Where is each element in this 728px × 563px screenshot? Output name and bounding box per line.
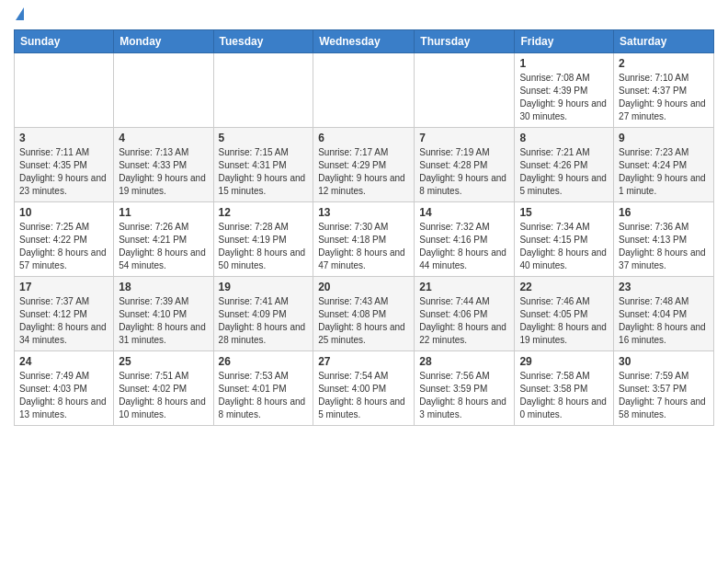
day-number: 3: [19, 132, 108, 144]
day-number: 23: [619, 281, 709, 293]
calendar-cell: 25Sunrise: 7:51 AM Sunset: 4:02 PM Dayli…: [114, 351, 213, 426]
page-header: [14, 9, 714, 22]
calendar-cell: 26Sunrise: 7:53 AM Sunset: 4:01 PM Dayli…: [213, 351, 313, 426]
day-number: 20: [318, 281, 409, 293]
calendar-cell: [313, 53, 415, 128]
calendar-cell: 6Sunrise: 7:17 AM Sunset: 4:29 PM Daylig…: [313, 128, 415, 202]
day-info: Sunrise: 7:51 AM Sunset: 4:02 PM Dayligh…: [119, 370, 208, 421]
day-number: 15: [519, 206, 609, 219]
day-number: 2: [619, 57, 709, 70]
day-number: 30: [619, 355, 709, 368]
calendar-cell: 11Sunrise: 7:26 AM Sunset: 4:21 PM Dayli…: [114, 202, 213, 277]
calendar-cell: 1Sunrise: 7:08 AM Sunset: 4:39 PM Daylig…: [515, 53, 614, 128]
day-info: Sunrise: 7:58 AM Sunset: 3:58 PM Dayligh…: [519, 370, 609, 421]
day-info: Sunrise: 7:41 AM Sunset: 4:09 PM Dayligh…: [219, 295, 309, 347]
day-of-week-header: Monday: [114, 30, 213, 53]
day-info: Sunrise: 7:53 AM Sunset: 4:01 PM Dayligh…: [219, 370, 309, 421]
day-of-week-header: Wednesday: [313, 30, 415, 53]
day-info: Sunrise: 7:28 AM Sunset: 4:19 PM Dayligh…: [219, 221, 309, 272]
calendar-cell: 17Sunrise: 7:37 AM Sunset: 4:12 PM Dayli…: [15, 277, 114, 351]
day-info: Sunrise: 7:36 AM Sunset: 4:13 PM Dayligh…: [619, 221, 709, 272]
day-info: Sunrise: 7:59 AM Sunset: 3:57 PM Dayligh…: [619, 370, 709, 421]
day-info: Sunrise: 7:26 AM Sunset: 4:21 PM Dayligh…: [119, 221, 208, 272]
day-number: 18: [119, 281, 208, 293]
day-number: 7: [419, 132, 509, 144]
day-number: 21: [419, 281, 509, 293]
day-info: Sunrise: 7:21 AM Sunset: 4:26 PM Dayligh…: [519, 146, 609, 198]
calendar-week-row: 17Sunrise: 7:37 AM Sunset: 4:12 PM Dayli…: [15, 277, 714, 351]
day-number: 27: [318, 355, 409, 368]
day-number: 10: [19, 206, 108, 219]
calendar-table: SundayMondayTuesdayWednesdayThursdayFrid…: [14, 29, 714, 426]
calendar-cell: 15Sunrise: 7:34 AM Sunset: 4:15 PM Dayli…: [515, 202, 614, 277]
calendar-cell: 8Sunrise: 7:21 AM Sunset: 4:26 PM Daylig…: [515, 128, 614, 202]
calendar-cell: 14Sunrise: 7:32 AM Sunset: 4:16 PM Dayli…: [415, 202, 515, 277]
day-number: 9: [619, 132, 709, 144]
day-info: Sunrise: 7:34 AM Sunset: 4:15 PM Dayligh…: [519, 221, 609, 272]
day-number: 11: [119, 206, 208, 219]
day-number: 8: [519, 132, 609, 144]
calendar-week-row: 10Sunrise: 7:25 AM Sunset: 4:22 PM Dayli…: [15, 202, 714, 277]
day-number: 19: [219, 281, 309, 293]
calendar-cell: 12Sunrise: 7:28 AM Sunset: 4:19 PM Dayli…: [213, 202, 313, 277]
day-number: 16: [619, 206, 709, 219]
calendar-cell: 22Sunrise: 7:46 AM Sunset: 4:05 PM Dayli…: [515, 277, 614, 351]
calendar-cell: 20Sunrise: 7:43 AM Sunset: 4:08 PM Dayli…: [313, 277, 415, 351]
calendar-header-row: SundayMondayTuesdayWednesdayThursdayFrid…: [15, 30, 714, 53]
day-number: 17: [19, 281, 108, 293]
day-info: Sunrise: 7:19 AM Sunset: 4:28 PM Dayligh…: [419, 146, 509, 198]
day-number: 26: [219, 355, 309, 368]
day-info: Sunrise: 7:30 AM Sunset: 4:18 PM Dayligh…: [318, 221, 409, 272]
day-info: Sunrise: 7:43 AM Sunset: 4:08 PM Dayligh…: [318, 295, 409, 347]
calendar-cell: 19Sunrise: 7:41 AM Sunset: 4:09 PM Dayli…: [213, 277, 313, 351]
day-of-week-header: Friday: [515, 30, 614, 53]
day-of-week-header: Thursday: [415, 30, 515, 53]
day-info: Sunrise: 7:37 AM Sunset: 4:12 PM Dayligh…: [19, 295, 108, 347]
day-info: Sunrise: 7:23 AM Sunset: 4:24 PM Dayligh…: [619, 146, 709, 198]
calendar-week-row: 3Sunrise: 7:11 AM Sunset: 4:35 PM Daylig…: [15, 128, 714, 202]
day-info: Sunrise: 7:11 AM Sunset: 4:35 PM Dayligh…: [19, 146, 108, 198]
day-number: 28: [419, 355, 509, 368]
day-info: Sunrise: 7:56 AM Sunset: 3:59 PM Dayligh…: [419, 370, 509, 421]
calendar-cell: [213, 53, 313, 128]
calendar-cell: 3Sunrise: 7:11 AM Sunset: 4:35 PM Daylig…: [15, 128, 114, 202]
day-info: Sunrise: 7:10 AM Sunset: 4:37 PM Dayligh…: [619, 72, 709, 123]
calendar-cell: [415, 53, 515, 128]
calendar-cell: 4Sunrise: 7:13 AM Sunset: 4:33 PM Daylig…: [114, 128, 213, 202]
day-number: 1: [519, 57, 609, 70]
calendar-cell: 21Sunrise: 7:44 AM Sunset: 4:06 PM Dayli…: [415, 277, 515, 351]
calendar-cell: 30Sunrise: 7:59 AM Sunset: 3:57 PM Dayli…: [614, 351, 714, 426]
day-info: Sunrise: 7:49 AM Sunset: 4:03 PM Dayligh…: [19, 370, 108, 421]
day-info: Sunrise: 7:44 AM Sunset: 4:06 PM Dayligh…: [419, 295, 509, 347]
calendar-cell: 29Sunrise: 7:58 AM Sunset: 3:58 PM Dayli…: [515, 351, 614, 426]
day-info: Sunrise: 7:15 AM Sunset: 4:31 PM Dayligh…: [219, 146, 309, 198]
day-info: Sunrise: 7:25 AM Sunset: 4:22 PM Dayligh…: [19, 221, 108, 272]
day-number: 29: [519, 355, 609, 368]
day-info: Sunrise: 7:48 AM Sunset: 4:04 PM Dayligh…: [619, 295, 709, 347]
calendar-cell: 10Sunrise: 7:25 AM Sunset: 4:22 PM Dayli…: [15, 202, 114, 277]
day-number: 13: [318, 206, 409, 219]
day-info: Sunrise: 7:32 AM Sunset: 4:16 PM Dayligh…: [419, 221, 509, 272]
calendar-cell: 7Sunrise: 7:19 AM Sunset: 4:28 PM Daylig…: [415, 128, 515, 202]
day-number: 22: [519, 281, 609, 293]
day-info: Sunrise: 7:08 AM Sunset: 4:39 PM Dayligh…: [519, 72, 609, 123]
day-of-week-header: Saturday: [614, 30, 714, 53]
day-number: 6: [318, 132, 409, 144]
day-number: 4: [119, 132, 208, 144]
day-info: Sunrise: 7:54 AM Sunset: 4:00 PM Dayligh…: [318, 370, 409, 421]
day-number: 12: [219, 206, 309, 219]
calendar-cell: 2Sunrise: 7:10 AM Sunset: 4:37 PM Daylig…: [614, 53, 714, 128]
day-info: Sunrise: 7:13 AM Sunset: 4:33 PM Dayligh…: [119, 146, 208, 198]
calendar-cell: 9Sunrise: 7:23 AM Sunset: 4:24 PM Daylig…: [614, 128, 714, 202]
calendar-cell: 18Sunrise: 7:39 AM Sunset: 4:10 PM Dayli…: [114, 277, 213, 351]
day-info: Sunrise: 7:39 AM Sunset: 4:10 PM Dayligh…: [119, 295, 208, 347]
calendar-cell: 16Sunrise: 7:36 AM Sunset: 4:13 PM Dayli…: [614, 202, 714, 277]
day-number: 5: [219, 132, 309, 144]
calendar-cell: 27Sunrise: 7:54 AM Sunset: 4:00 PM Dayli…: [313, 351, 415, 426]
calendar-cell: 28Sunrise: 7:56 AM Sunset: 3:59 PM Dayli…: [415, 351, 515, 426]
day-info: Sunrise: 7:46 AM Sunset: 4:05 PM Dayligh…: [519, 295, 609, 347]
calendar-cell: 13Sunrise: 7:30 AM Sunset: 4:18 PM Dayli…: [313, 202, 415, 277]
logo-triangle-icon: [16, 7, 24, 20]
day-info: Sunrise: 7:17 AM Sunset: 4:29 PM Dayligh…: [318, 146, 409, 198]
calendar-week-row: 24Sunrise: 7:49 AM Sunset: 4:03 PM Dayli…: [15, 351, 714, 426]
